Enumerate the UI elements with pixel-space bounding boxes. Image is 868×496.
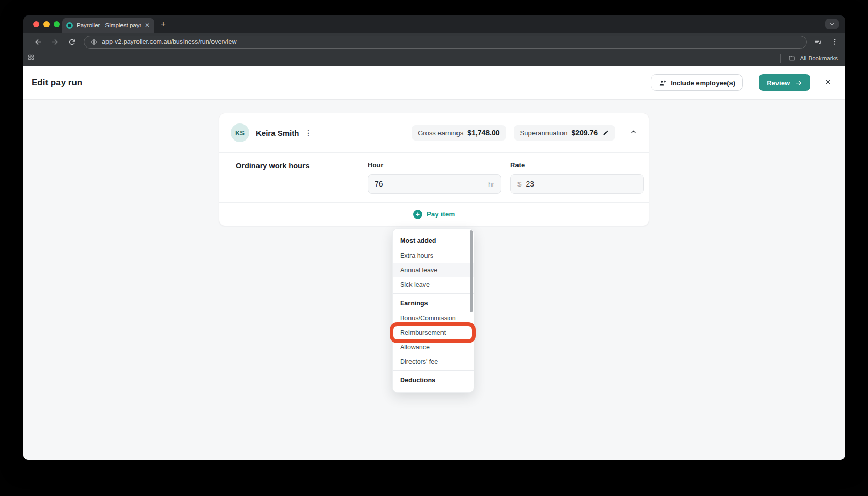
include-employees-button[interactable]: Include employee(s) — [651, 74, 743, 91]
chevron-down-icon — [829, 21, 835, 27]
close-window-button[interactable] — [33, 21, 39, 27]
payroller-favicon-icon — [66, 22, 73, 29]
gross-earnings-label: Gross earnings — [418, 129, 463, 137]
reimbursement-label: Reimbursement — [400, 329, 446, 336]
avatar: KS — [231, 123, 249, 142]
payrun-content: KS Keira Smith ⋮ Gross earnings $1,748.0… — [23, 100, 845, 460]
header-divider — [751, 77, 751, 88]
arrow-right-icon — [795, 79, 802, 87]
rate-label: Rate — [510, 161, 525, 169]
bookmarks-bar: All Bookmarks — [23, 51, 845, 66]
all-bookmarks-label: All Bookmarks — [800, 55, 839, 61]
payroller-page: Edit pay run Include employee(s) Review — [23, 66, 845, 460]
zoom-window-button[interactable] — [54, 21, 60, 27]
employee-name: Keira Smith — [256, 129, 299, 137]
plus-circle-icon: + — [413, 210, 422, 219]
review-button[interactable]: Review — [759, 74, 810, 91]
hour-input[interactable] — [375, 180, 484, 188]
dropdown-divider — [393, 370, 474, 371]
ordinary-hours-label: Ordinary work hours — [236, 162, 310, 170]
reload-button[interactable] — [68, 38, 77, 47]
rate-input-box: $ — [510, 174, 644, 194]
hour-label: Hour — [368, 161, 383, 169]
collapse-card-button[interactable] — [630, 128, 637, 138]
ordinary-hours-section: Ordinary work hours Hour hr Rate $ — [219, 153, 649, 202]
address-bar[interactable]: app-v2.payroller.com.au/business/run/ove… — [84, 36, 807, 49]
back-arrow-icon — [34, 38, 42, 47]
tab-close-icon[interactable]: ✕ — [145, 22, 150, 28]
folder-icon — [788, 55, 796, 62]
dropdown-header-earnings: Earnings — [393, 296, 474, 311]
gross-earnings-chip: Gross earnings $1,748.00 — [412, 125, 506, 141]
dropdown-divider — [393, 293, 474, 294]
page-title: Edit pay run — [32, 78, 82, 88]
dropdown-item-allowance[interactable]: Allowance — [393, 340, 474, 354]
media-controls-icon[interactable] — [814, 38, 823, 46]
hour-unit: hr — [488, 180, 494, 188]
pay-item-row: + Pay item — [219, 202, 649, 226]
new-tab-button[interactable]: + — [161, 19, 166, 29]
dropdown-item-bonus-commission[interactable]: Bonus/Commission — [393, 311, 474, 326]
include-employees-label: Include employee(s) — [671, 79, 735, 87]
currency-prefix: $ — [517, 180, 522, 188]
url-text: app-v2.payroller.com.au/business/run/ove… — [102, 38, 237, 45]
reload-icon — [68, 38, 77, 47]
chevron-up-icon — [630, 128, 637, 136]
dropdown-item-directors-fee[interactable]: Directors' fee — [393, 354, 474, 369]
window-controls[interactable] — [33, 21, 60, 27]
back-button[interactable] — [34, 38, 42, 47]
tab-title: Payroller - Simplest payroll so — [77, 22, 141, 28]
add-person-icon — [659, 79, 666, 87]
dropdown-item-sick-leave[interactable]: Sick leave — [393, 277, 474, 292]
page-header: Edit pay run Include employee(s) Review — [23, 66, 845, 100]
close-payrun-button[interactable] — [824, 78, 832, 88]
dropdown-item-extra-hours[interactable]: Extra hours — [393, 249, 474, 263]
all-bookmarks-button[interactable]: All Bookmarks — [780, 54, 839, 63]
minimize-window-button[interactable] — [43, 21, 50, 27]
forward-arrow-icon — [51, 38, 59, 47]
tab-strip: Payroller - Simplest payroll so ✕ + — [23, 16, 845, 33]
add-pay-item-button[interactable]: + Pay item — [413, 210, 455, 219]
dropdown-scrollbar[interactable] — [470, 230, 473, 312]
dropdown-header-deductions: Deductions — [393, 373, 474, 388]
edit-pencil-icon[interactable] — [603, 130, 609, 136]
superannuation-value: $209.76 — [571, 129, 598, 137]
hour-input-box: hr — [368, 174, 501, 194]
dropdown-header-most-added: Most added — [393, 233, 474, 249]
employee-card: KS Keira Smith ⋮ Gross earnings $1,748.0… — [219, 113, 649, 226]
apps-grid-icon[interactable] — [27, 54, 35, 63]
dropdown-item-reimbursement[interactable]: Reimbursement — [393, 326, 474, 340]
pay-item-dropdown: Most added Extra hours Annual leave Sick… — [392, 228, 474, 393]
review-label: Review — [767, 79, 790, 87]
dropdown-item-annual-leave[interactable]: Annual leave — [393, 263, 474, 277]
close-icon — [824, 78, 832, 86]
rate-input[interactable] — [526, 180, 636, 188]
superannuation-chip: Superannuation $209.76 — [514, 125, 615, 141]
employee-menu-icon[interactable]: ⋮ — [304, 129, 312, 137]
gross-earnings-value: $1,748.00 — [467, 129, 499, 137]
browser-tab[interactable]: Payroller - Simplest payroll so ✕ — [62, 18, 154, 33]
pay-item-label: Pay item — [427, 210, 455, 218]
superannuation-label: Superannuation — [520, 129, 568, 137]
bookmarks-separator — [780, 54, 781, 63]
browser-window: Payroller - Simplest payroll so ✕ + app-… — [23, 16, 845, 460]
forward-button[interactable] — [51, 38, 59, 47]
browser-menu-icon[interactable] — [831, 38, 839, 46]
site-info-icon[interactable] — [90, 39, 97, 45]
tab-search-button[interactable] — [825, 19, 839, 29]
employee-card-header[interactable]: KS Keira Smith ⋮ Gross earnings $1,748.0… — [219, 113, 649, 153]
browser-toolbar: app-v2.payroller.com.au/business/run/ove… — [23, 33, 845, 51]
